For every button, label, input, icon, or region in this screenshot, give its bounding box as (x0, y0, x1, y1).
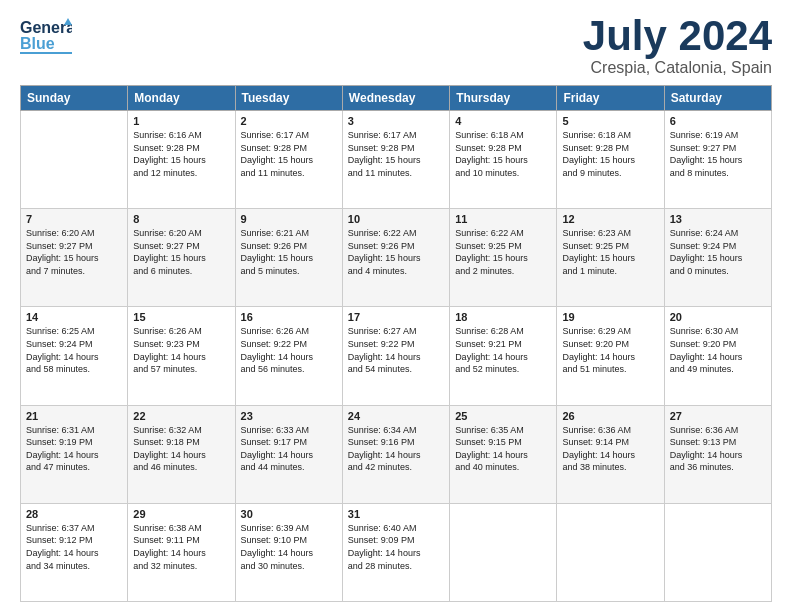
calendar-cell (21, 111, 128, 209)
col-friday: Friday (557, 86, 664, 111)
col-wednesday: Wednesday (342, 86, 449, 111)
svg-text:General: General (20, 19, 72, 36)
calendar-cell: 2Sunrise: 6:17 AM Sunset: 9:28 PM Daylig… (235, 111, 342, 209)
day-info: Sunrise: 6:36 AM Sunset: 9:13 PM Dayligh… (670, 424, 766, 474)
calendar-cell: 28Sunrise: 6:37 AM Sunset: 9:12 PM Dayli… (21, 503, 128, 601)
day-number: 1 (133, 115, 229, 127)
week-row-3: 21Sunrise: 6:31 AM Sunset: 9:19 PM Dayli… (21, 405, 772, 503)
day-info: Sunrise: 6:16 AM Sunset: 9:28 PM Dayligh… (133, 129, 229, 179)
calendar-cell: 9Sunrise: 6:21 AM Sunset: 9:26 PM Daylig… (235, 209, 342, 307)
day-number: 9 (241, 213, 337, 225)
day-number: 21 (26, 410, 122, 422)
day-info: Sunrise: 6:27 AM Sunset: 9:22 PM Dayligh… (348, 325, 444, 375)
calendar-cell (450, 503, 557, 601)
day-info: Sunrise: 6:38 AM Sunset: 9:11 PM Dayligh… (133, 522, 229, 572)
calendar-cell: 21Sunrise: 6:31 AM Sunset: 9:19 PM Dayli… (21, 405, 128, 503)
calendar-cell: 4Sunrise: 6:18 AM Sunset: 9:28 PM Daylig… (450, 111, 557, 209)
day-number: 2 (241, 115, 337, 127)
header: General Blue July 2024 Crespia, Cataloni… (20, 15, 772, 77)
day-info: Sunrise: 6:22 AM Sunset: 9:26 PM Dayligh… (348, 227, 444, 277)
calendar-cell: 19Sunrise: 6:29 AM Sunset: 9:20 PM Dayli… (557, 307, 664, 405)
title-section: July 2024 Crespia, Catalonia, Spain (583, 15, 772, 77)
calendar-cell: 30Sunrise: 6:39 AM Sunset: 9:10 PM Dayli… (235, 503, 342, 601)
week-row-0: 1Sunrise: 6:16 AM Sunset: 9:28 PM Daylig… (21, 111, 772, 209)
day-number: 29 (133, 508, 229, 520)
day-number: 12 (562, 213, 658, 225)
day-info: Sunrise: 6:35 AM Sunset: 9:15 PM Dayligh… (455, 424, 551, 474)
calendar-cell: 12Sunrise: 6:23 AM Sunset: 9:25 PM Dayli… (557, 209, 664, 307)
day-number: 26 (562, 410, 658, 422)
calendar-cell: 25Sunrise: 6:35 AM Sunset: 9:15 PM Dayli… (450, 405, 557, 503)
calendar-cell: 6Sunrise: 6:19 AM Sunset: 9:27 PM Daylig… (664, 111, 771, 209)
calendar-cell (557, 503, 664, 601)
day-number: 22 (133, 410, 229, 422)
day-info: Sunrise: 6:39 AM Sunset: 9:10 PM Dayligh… (241, 522, 337, 572)
logo: General Blue (20, 15, 72, 57)
col-saturday: Saturday (664, 86, 771, 111)
day-number: 14 (26, 311, 122, 323)
day-number: 16 (241, 311, 337, 323)
day-number: 11 (455, 213, 551, 225)
day-number: 15 (133, 311, 229, 323)
calendar-table: Sunday Monday Tuesday Wednesday Thursday… (20, 85, 772, 602)
day-info: Sunrise: 6:17 AM Sunset: 9:28 PM Dayligh… (348, 129, 444, 179)
page: General Blue July 2024 Crespia, Cataloni… (0, 0, 792, 612)
day-info: Sunrise: 6:25 AM Sunset: 9:24 PM Dayligh… (26, 325, 122, 375)
day-info: Sunrise: 6:19 AM Sunset: 9:27 PM Dayligh… (670, 129, 766, 179)
calendar-cell: 20Sunrise: 6:30 AM Sunset: 9:20 PM Dayli… (664, 307, 771, 405)
calendar-cell: 15Sunrise: 6:26 AM Sunset: 9:23 PM Dayli… (128, 307, 235, 405)
col-sunday: Sunday (21, 86, 128, 111)
day-number: 19 (562, 311, 658, 323)
day-info: Sunrise: 6:29 AM Sunset: 9:20 PM Dayligh… (562, 325, 658, 375)
day-info: Sunrise: 6:37 AM Sunset: 9:12 PM Dayligh… (26, 522, 122, 572)
day-number: 5 (562, 115, 658, 127)
day-number: 28 (26, 508, 122, 520)
col-thursday: Thursday (450, 86, 557, 111)
calendar-cell: 26Sunrise: 6:36 AM Sunset: 9:14 PM Dayli… (557, 405, 664, 503)
day-number: 3 (348, 115, 444, 127)
day-info: Sunrise: 6:20 AM Sunset: 9:27 PM Dayligh… (133, 227, 229, 277)
day-number: 23 (241, 410, 337, 422)
calendar-cell: 3Sunrise: 6:17 AM Sunset: 9:28 PM Daylig… (342, 111, 449, 209)
day-number: 25 (455, 410, 551, 422)
day-number: 18 (455, 311, 551, 323)
day-number: 10 (348, 213, 444, 225)
calendar-cell (664, 503, 771, 601)
calendar-cell: 13Sunrise: 6:24 AM Sunset: 9:24 PM Dayli… (664, 209, 771, 307)
calendar-cell: 11Sunrise: 6:22 AM Sunset: 9:25 PM Dayli… (450, 209, 557, 307)
day-number: 17 (348, 311, 444, 323)
week-row-2: 14Sunrise: 6:25 AM Sunset: 9:24 PM Dayli… (21, 307, 772, 405)
day-number: 6 (670, 115, 766, 127)
calendar-cell: 7Sunrise: 6:20 AM Sunset: 9:27 PM Daylig… (21, 209, 128, 307)
day-info: Sunrise: 6:31 AM Sunset: 9:19 PM Dayligh… (26, 424, 122, 474)
calendar-cell: 31Sunrise: 6:40 AM Sunset: 9:09 PM Dayli… (342, 503, 449, 601)
header-row: Sunday Monday Tuesday Wednesday Thursday… (21, 86, 772, 111)
calendar-cell: 17Sunrise: 6:27 AM Sunset: 9:22 PM Dayli… (342, 307, 449, 405)
calendar-cell: 22Sunrise: 6:32 AM Sunset: 9:18 PM Dayli… (128, 405, 235, 503)
day-info: Sunrise: 6:40 AM Sunset: 9:09 PM Dayligh… (348, 522, 444, 572)
calendar-cell: 29Sunrise: 6:38 AM Sunset: 9:11 PM Dayli… (128, 503, 235, 601)
day-number: 30 (241, 508, 337, 520)
logo-icon: General Blue (20, 15, 72, 57)
calendar-cell: 24Sunrise: 6:34 AM Sunset: 9:16 PM Dayli… (342, 405, 449, 503)
subtitle: Crespia, Catalonia, Spain (583, 59, 772, 77)
day-info: Sunrise: 6:34 AM Sunset: 9:16 PM Dayligh… (348, 424, 444, 474)
day-number: 20 (670, 311, 766, 323)
calendar-cell: 8Sunrise: 6:20 AM Sunset: 9:27 PM Daylig… (128, 209, 235, 307)
day-info: Sunrise: 6:30 AM Sunset: 9:20 PM Dayligh… (670, 325, 766, 375)
day-info: Sunrise: 6:17 AM Sunset: 9:28 PM Dayligh… (241, 129, 337, 179)
day-info: Sunrise: 6:24 AM Sunset: 9:24 PM Dayligh… (670, 227, 766, 277)
calendar-cell: 5Sunrise: 6:18 AM Sunset: 9:28 PM Daylig… (557, 111, 664, 209)
day-number: 8 (133, 213, 229, 225)
day-number: 7 (26, 213, 122, 225)
day-info: Sunrise: 6:32 AM Sunset: 9:18 PM Dayligh… (133, 424, 229, 474)
calendar-cell: 27Sunrise: 6:36 AM Sunset: 9:13 PM Dayli… (664, 405, 771, 503)
calendar-cell: 10Sunrise: 6:22 AM Sunset: 9:26 PM Dayli… (342, 209, 449, 307)
col-tuesday: Tuesday (235, 86, 342, 111)
day-info: Sunrise: 6:26 AM Sunset: 9:23 PM Dayligh… (133, 325, 229, 375)
day-info: Sunrise: 6:22 AM Sunset: 9:25 PM Dayligh… (455, 227, 551, 277)
day-info: Sunrise: 6:23 AM Sunset: 9:25 PM Dayligh… (562, 227, 658, 277)
week-row-1: 7Sunrise: 6:20 AM Sunset: 9:27 PM Daylig… (21, 209, 772, 307)
svg-text:Blue: Blue (20, 35, 55, 52)
day-number: 27 (670, 410, 766, 422)
